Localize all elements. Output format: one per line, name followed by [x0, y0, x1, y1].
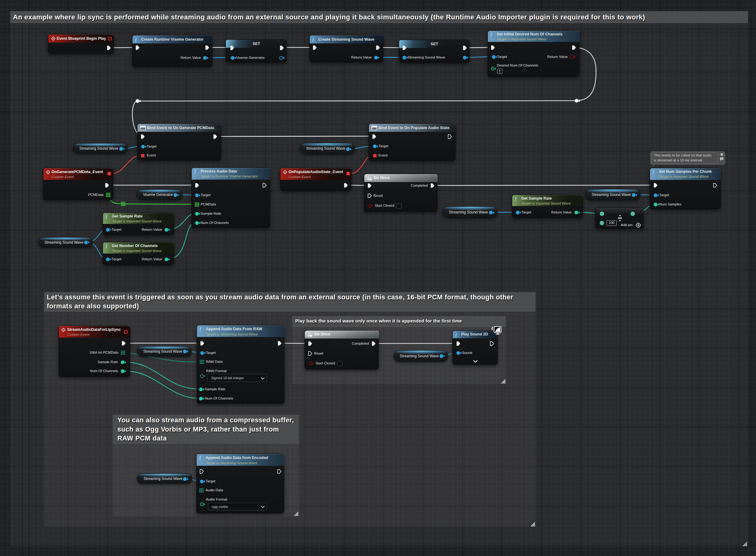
svg-text:1: 1	[308, 332, 310, 335]
svg-text:1: 1	[368, 176, 369, 178]
